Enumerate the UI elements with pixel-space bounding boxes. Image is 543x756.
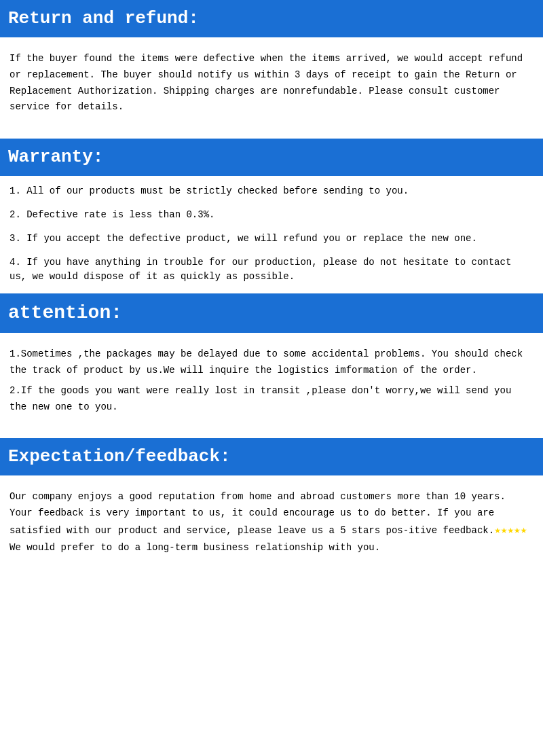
attention-content: 1.Sometimes ,the packages may be delayed… — [0, 341, 543, 431]
warranty-item-2: 2. Defective rate is less than 0.3%. — [0, 208, 543, 222]
expectation-text-part2: We would prefer to do a long-term busine… — [10, 542, 380, 553]
expectation-content: Our company enjoys a good reputation fro… — [0, 484, 543, 573]
warranty-item-1: 1. All of our products must be strictly … — [0, 184, 543, 198]
expectation-header: Expectation/feedback: — [0, 438, 543, 475]
expectation-text-part1: Our company enjoys a good reputation fro… — [10, 491, 506, 536]
attention-item-1: 1.Sometimes ,the packages may be delayed… — [10, 346, 533, 379]
attention-item-2: 2.If the goods you want were really lost… — [10, 383, 533, 416]
attention-header: attention: — [0, 293, 543, 333]
star-rating: ★★★★★ — [494, 524, 527, 537]
expectation-text: Our company enjoys a good reputation fro… — [10, 489, 533, 556]
warranty-item-3: 3. If you accept the defective product, … — [0, 232, 543, 246]
expectation-section: Expectation/feedback: Our company enjoys… — [0, 438, 543, 573]
warranty-items: 1. All of our products must be strictly … — [0, 184, 543, 284]
warranty-header: Warranty: — [0, 139, 543, 176]
return-refund-header: Return and refund: — [0, 0, 543, 37]
return-refund-content: If the buyer found the items were defect… — [0, 46, 543, 132]
attention-section: attention: 1.Sometimes ,the packages may… — [0, 293, 543, 431]
return-refund-text: If the buyer found the items were defect… — [10, 51, 533, 115]
return-refund-section: Return and refund: If the buyer found th… — [0, 0, 543, 132]
warranty-section: Warranty: 1. All of our products must be… — [0, 139, 543, 284]
warranty-item-4: 4. If you have anything in trouble for o… — [0, 255, 543, 284]
